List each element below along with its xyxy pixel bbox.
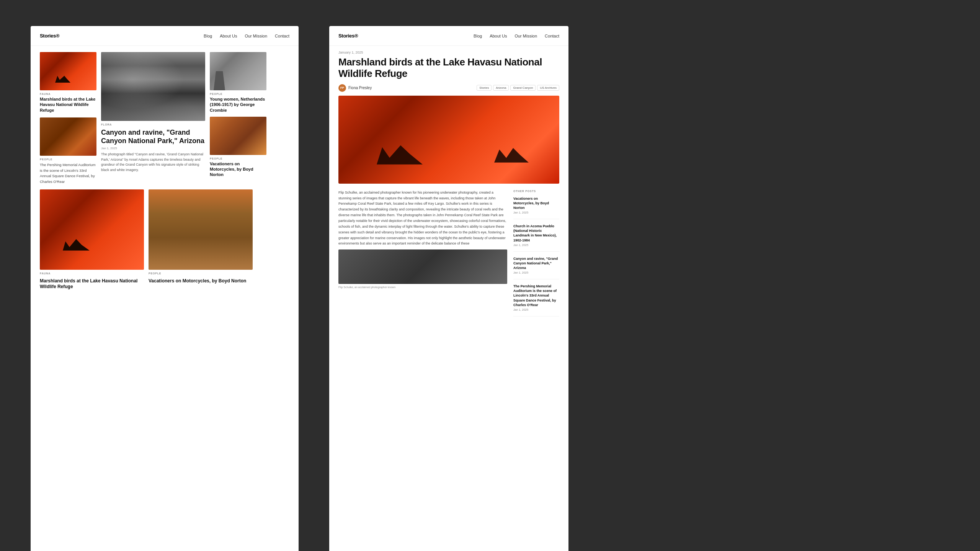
bird-card-left[interactable]: FAUNA Marshland birds at the Lake Havasu… — [40, 52, 96, 113]
article-date: January 1, 2025 — [338, 46, 559, 57]
other-post-4-date: Jan 1, 2025 — [513, 308, 559, 311]
nav-blog-right[interactable]: Blog — [474, 34, 482, 38]
nav-blog-left[interactable]: Blog — [204, 34, 212, 38]
bird-category: FAUNA — [40, 93, 96, 95]
canyon-date: Jan 1, 2025 — [101, 147, 205, 150]
canyon-image — [101, 52, 205, 121]
women-title: Young women, Netherlands (1906-1917) by … — [210, 96, 266, 113]
tag-grand-canyon[interactable]: Grand Canyon — [510, 85, 536, 91]
col-1: FAUNA Marshland birds at the Lake Havasu… — [40, 52, 96, 185]
other-post-2-date: Jan 1, 2025 — [513, 243, 559, 247]
right-logo[interactable]: Stories® — [338, 33, 358, 39]
nav-mission-left[interactable]: Our Mission — [245, 34, 267, 38]
canyon-title: Canyon and ravine, "Grand Canyon Nationa… — [101, 129, 205, 145]
article-hero-image — [338, 96, 559, 184]
article-body: Flip Schulke, an acclaimed photographer … — [338, 190, 559, 321]
tag-us-archives[interactable]: US Archives — [537, 85, 559, 91]
dance-title: The Pershing Memorial Auditorium is the … — [40, 162, 96, 185]
left-panel: Stories® Blog About Us Our Mission Conta… — [31, 26, 299, 551]
author-name: Fiona Presley — [348, 86, 372, 90]
women-image — [210, 52, 266, 90]
moto-card-small[interactable]: PEOPLE Vacationers on Motorcycles, by Bo… — [210, 117, 266, 178]
author-avatar: FP — [338, 84, 346, 92]
nav-about-right[interactable]: About Us — [490, 34, 507, 38]
moto-title-small: Vacationers on Motorcycles, by Boyd Nort… — [210, 161, 266, 178]
canyon-desc: The photograph titled "Canyon and ravine… — [101, 152, 205, 173]
moto-bottom-title: Vacationers on Motorcycles, by Boyd Nort… — [149, 278, 253, 284]
moto-category-small: PEOPLE — [210, 157, 266, 160]
other-post-1-title: Vacationers on Motorcycles, by Boyd Nort… — [513, 196, 559, 210]
right-content: January 1, 2025 Marshland birds at the L… — [329, 46, 568, 330]
dance-category: PEOPLE — [40, 158, 96, 161]
inline-photo: Flip Schulke, an acclaimed photographer … — [338, 249, 507, 289]
moto-bottom-image — [149, 189, 253, 270]
bird-bottom-card[interactable]: FAUNA Marshland birds at the Lake Havasu… — [40, 189, 144, 290]
bird-bottom-title: Marshland birds at the Lake Havasu Natio… — [40, 278, 144, 290]
bird-bottom-image — [40, 189, 144, 270]
nav-contact-left[interactable]: Contact — [275, 34, 289, 38]
inline-photo-image — [338, 249, 507, 284]
right-nav-links: Blog About Us Our Mission Contact — [474, 34, 559, 38]
inline-photo-caption: Flip Schulke, an acclaimed photographer … — [338, 285, 507, 289]
left-nav-links: Blog About Us Our Mission Contact — [204, 34, 289, 38]
nav-contact-right[interactable]: Contact — [545, 34, 559, 38]
grid-bottom: FAUNA Marshland birds at the Lake Havasu… — [40, 189, 289, 290]
canyon-card[interactable]: FLORA Canyon and ravine, "Grand Canyon N… — [101, 52, 205, 185]
article-text: Flip Schulke, an acclaimed photographer … — [338, 190, 507, 321]
col-3: PEOPLE Young women, Netherlands (1906-19… — [210, 52, 266, 185]
other-post-3-date: Jan 1, 2025 — [513, 271, 559, 274]
moto-image-small — [210, 117, 266, 155]
left-nav: Stories® Blog About Us Our Mission Conta… — [31, 26, 299, 46]
tag-arizona[interactable]: Arizona — [493, 85, 509, 91]
dance-card-left[interactable]: PEOPLE The Pershing Memorial Auditorium … — [40, 117, 96, 185]
nav-mission-right[interactable]: Our Mission — [514, 34, 537, 38]
other-posts-label: OTHER POSTS — [513, 190, 559, 192]
left-content: FAUNA Marshland birds at the Lake Havasu… — [31, 46, 299, 296]
bird-title: Marshland birds at the Lake Havasu Natio… — [40, 96, 96, 113]
grid-top: FAUNA Marshland birds at the Lake Havasu… — [40, 52, 289, 185]
other-post-3-title: Canyon and ravine, "Grand Canyon Nationa… — [513, 256, 559, 270]
bird-bottom-category: FAUNA — [40, 272, 144, 275]
other-post-4-title: The Pershing Memorial Auditorium is the … — [513, 284, 559, 307]
right-panel: Stories® Blog About Us Our Mission Conta… — [329, 26, 568, 551]
moto-bottom-card[interactable]: PEOPLE Vacationers on Motorcycles, by Bo… — [149, 189, 253, 290]
bird-image — [40, 52, 96, 90]
article-meta: FP Fiona Presley Stories Arizona Grand C… — [338, 84, 559, 92]
other-post-2-title: Church in Acoma Pueblo (National Histori… — [513, 224, 559, 243]
canyon-category: FLORA — [101, 123, 205, 126]
other-post-3[interactable]: Canyon and ravine, "Grand Canyon Nationa… — [513, 256, 559, 279]
women-card[interactable]: PEOPLE Young women, Netherlands (1906-19… — [210, 52, 266, 113]
other-post-1[interactable]: Vacationers on Motorcycles, by Boyd Nort… — [513, 196, 559, 219]
tag-stories[interactable]: Stories — [477, 85, 492, 91]
author-row: FP Fiona Presley — [338, 84, 372, 92]
other-post-2[interactable]: Church in Acoma Pueblo (National Histori… — [513, 224, 559, 252]
nav-about-left[interactable]: About Us — [220, 34, 237, 38]
right-nav: Stories® Blog About Us Our Mission Conta… — [329, 26, 568, 46]
other-post-4[interactable]: The Pershing Memorial Auditorium is the … — [513, 284, 559, 316]
moto-bottom-category: PEOPLE — [149, 272, 253, 275]
other-post-1-date: Jan 1, 2025 — [513, 211, 559, 214]
other-posts-sidebar: OTHER POSTS Vacationers on Motorcycles, … — [513, 190, 559, 321]
article-title: Marshland birds at the Lake Havasu Natio… — [338, 57, 559, 80]
left-logo[interactable]: Stories® — [40, 33, 59, 39]
article-tags: Stories Arizona Grand Canyon US Archives — [477, 85, 559, 91]
women-category: PEOPLE — [210, 93, 266, 95]
article-body-text: Flip Schulke, an acclaimed photographer … — [338, 190, 507, 246]
dance-image — [40, 117, 96, 156]
